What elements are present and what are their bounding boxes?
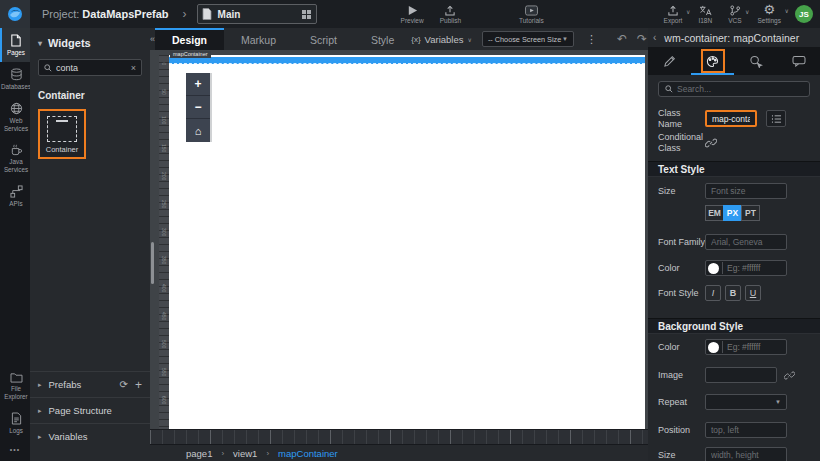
page-structure-section[interactable]: ▸ Page Structure [30,397,150,423]
font-unit-group: EM PX PT [705,205,760,221]
class-list-button[interactable] [766,110,786,127]
clear-search-icon[interactable]: × [131,63,136,73]
background-position-input[interactable] [705,422,787,438]
bind-link-icon[interactable] [784,370,795,381]
underline-button[interactable]: U [745,285,761,301]
background-repeat-row: Repeat ▼ [658,394,810,410]
class-name-input[interactable] [705,110,757,127]
tab-properties[interactable] [648,47,691,75]
database-icon [10,68,23,81]
design-canvas[interactable]: mapContainer + − ⌂ [169,55,645,429]
tab-script[interactable]: Script [293,28,354,50]
vertical-ruler: 050100150200250300350400450500550600 [159,55,169,429]
rail-item-java-services[interactable]: Java Services [0,137,30,179]
rail-label: File Explorer [2,385,30,401]
preview-button[interactable]: Preview [401,5,424,24]
add-prefab-icon[interactable]: + [135,378,142,392]
ruler-label: 450 [161,312,167,320]
rail-label: Pages [7,49,25,57]
tab-design[interactable]: Design [155,28,224,50]
unit-px-button[interactable]: PX [723,205,742,221]
tab-events[interactable] [777,47,820,75]
zoom-in-button[interactable]: + [186,73,210,96]
font-family-row: Font Family [658,234,810,250]
rail-label: Databases [1,83,31,91]
rail-item-apis[interactable]: APIs [0,179,30,213]
back-icon[interactable]: ‹ [653,32,656,43]
font-size-input[interactable] [705,183,787,199]
kebab-menu-icon[interactable]: ⋮ [586,33,597,46]
video-icon [525,5,538,16]
font-family-input[interactable] [705,234,787,250]
i18n-button[interactable]: I18N [698,5,712,24]
background-size-input[interactable] [705,447,787,461]
breadcrumb-view1[interactable]: view1 [233,448,257,459]
publish-button[interactable]: Publish [440,5,461,24]
selected-map-container[interactable] [169,57,645,64]
vcs-button[interactable]: ∨ VCS [728,5,741,24]
i18n-label: I18N [698,17,712,24]
refresh-icon[interactable]: ⟳ [120,379,128,390]
tab-inspector[interactable] [734,47,777,75]
breadcrumb-page1[interactable]: page1 [186,448,212,459]
properties-search-input[interactable] [677,84,803,94]
tab-styles[interactable] [691,47,734,75]
background-image-row: Image [658,367,810,383]
publish-icon [444,5,456,16]
rail-item-file-explorer[interactable]: File Explorer [0,366,30,406]
bold-button[interactable]: B [725,285,741,301]
grid-icon [302,10,311,19]
screen-size-select[interactable]: -- Choose Screen Size -- ▼ [482,31,574,47]
user-avatar[interactable]: JS [795,5,813,23]
pages-icon [10,34,22,47]
screen-size-value: -- Choose Screen Size -- [488,35,562,44]
widgets-panel-header[interactable]: ▾ Widgets [30,28,150,57]
zoom-home-button[interactable]: ⌂ [186,119,210,142]
rail-item-pages[interactable]: Pages [0,28,30,62]
variables-label: Variables [49,431,88,442]
background-size-label: Size [658,450,705,461]
selection-tag: mapContainer [170,51,211,58]
breadcrumb-chevron-icon: › [183,7,187,21]
settings-button[interactable]: ⚙ ∨ Settings [758,4,782,24]
text-color-input[interactable] [722,262,786,274]
export-button[interactable]: ∨ Export [664,5,683,24]
page-structure-label: Page Structure [49,405,112,416]
rail-item-logs[interactable]: Logs [0,406,30,440]
background-color-row: Color [658,339,810,355]
prefabs-section[interactable]: ▸ Prefabs ⟳ + [30,371,150,397]
background-color-input[interactable] [722,341,786,353]
unit-em-button[interactable]: EM [705,205,724,221]
bind-link-icon[interactable] [705,137,717,149]
tab-style[interactable]: Style [354,28,411,50]
background-image-input[interactable] [705,367,777,383]
zoom-out-button[interactable]: − [186,96,210,119]
background-repeat-select[interactable]: ▼ [705,394,787,410]
search-icon [665,85,673,93]
breadcrumb-map-container[interactable]: mapContainer [278,448,338,459]
tab-markup[interactable]: Markup [224,28,293,50]
ruler-label: 100 [161,116,167,124]
rail-item-web-services[interactable]: Web Services [0,96,30,138]
more-options-icon[interactable]: ••• [0,440,30,461]
undo-icon[interactable]: ↶ [617,33,627,45]
redo-icon[interactable]: ↷ [637,33,647,45]
italic-button[interactable]: I [705,285,721,301]
page-selector[interactable]: Main [197,4,317,24]
widget-search-input[interactable] [56,63,131,73]
variables-dropdown-button[interactable]: {x} Variables ∨ [411,34,472,45]
tutorials-button[interactable]: Tutorials [519,5,544,24]
vertical-scrollbar[interactable] [151,242,154,284]
container-widget-icon [47,116,77,142]
variables-button-label: Variables [425,34,464,45]
container-widget[interactable]: Container [38,109,86,159]
unit-pt-button[interactable]: PT [741,205,760,221]
background-repeat-label: Repeat [658,397,705,408]
active-tab-highlight [701,49,725,73]
app-logo[interactable] [0,0,30,28]
color-swatch[interactable] [708,263,719,274]
variables-section[interactable]: ▸ Variables [30,423,150,449]
color-swatch[interactable] [708,342,719,353]
rail-item-databases[interactable]: Databases [0,62,30,96]
breadcrumb-separator-icon: › [266,449,269,458]
